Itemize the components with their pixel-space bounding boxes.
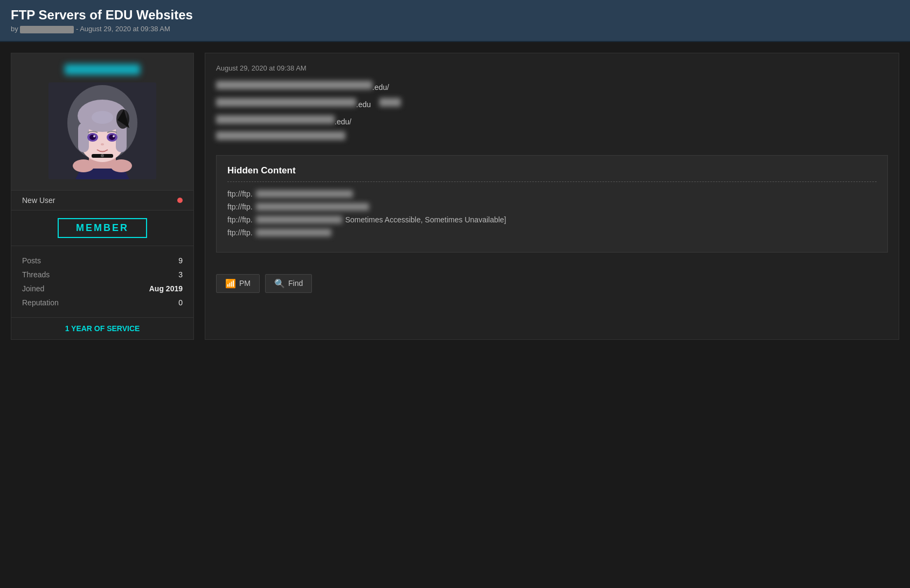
- svg-point-21: [101, 143, 104, 145]
- pm-button[interactable]: 📶 PM: [216, 274, 260, 293]
- user-status: New User: [22, 196, 55, 205]
- post-links: .edu/ .edu .edu/: [216, 80, 888, 144]
- stat-threads: Threads 3: [22, 268, 183, 282]
- hidden-content-box: Hidden Content ftp://ftp. ftp://ftp. ftp…: [216, 155, 888, 253]
- hidden-content-divider: [227, 181, 877, 182]
- redacted-ftp-2: [256, 203, 369, 211]
- threads-label: Threads: [22, 270, 50, 279]
- find-button[interactable]: 🔍 Find: [265, 274, 312, 293]
- redacted-extra-2: [379, 98, 401, 107]
- redacted-url-1: [216, 81, 372, 89]
- posts-label: Posts: [22, 256, 41, 265]
- svg-rect-8: [78, 123, 89, 152]
- hidden-ftp-line-1: ftp://ftp.: [227, 190, 877, 198]
- hidden-ftp-line-2: ftp://ftp.: [227, 202, 877, 211]
- svg-point-14: [116, 109, 129, 129]
- user-status-row: New User: [11, 191, 193, 211]
- user-avatar-section: [11, 53, 193, 191]
- user-stats: Posts 9 Threads 3 Joined Aug 2019 Reputa…: [11, 246, 193, 318]
- service-badge-text: 1 YEAR OF SERVICE: [65, 324, 140, 333]
- stat-joined: Joined Aug 2019: [22, 282, 183, 296]
- edu-suffix-2: .edu: [356, 97, 379, 112]
- byline-author: [20, 26, 74, 33]
- redacted-ftp-1: [256, 190, 353, 198]
- avatar: [48, 82, 156, 179]
- post-line-1: .edu/: [216, 80, 888, 95]
- username-display: [65, 64, 140, 75]
- reputation-label: Reputation: [22, 298, 59, 307]
- redacted-ftp-3: [256, 216, 342, 223]
- hidden-content-title: Hidden Content: [227, 165, 877, 176]
- redacted-url-2: [216, 98, 356, 107]
- edu-suffix-3: .edu/: [335, 114, 351, 129]
- member-badge: MEMBER: [58, 218, 147, 238]
- post-timestamp: August 29, 2020 at 09:38 AM: [216, 64, 888, 72]
- ftp-prefix-2: ftp://ftp.: [227, 202, 253, 211]
- pm-icon: 📶: [225, 278, 236, 289]
- reputation-value: 0: [178, 298, 183, 307]
- svg-point-4: [73, 159, 94, 172]
- edu-suffix-1: .edu/: [372, 80, 389, 95]
- svg-point-20: [113, 135, 115, 137]
- redacted-url-3: [216, 115, 335, 124]
- ftp-prefix-4: ftp://ftp.: [227, 228, 253, 237]
- stat-posts: Posts 9: [22, 254, 183, 268]
- post-area: August 29, 2020 at 09:38 AM .edu/ .edu .…: [205, 53, 899, 340]
- page-title: FTP Servers of EDU Websites: [11, 8, 899, 23]
- post-line-4: [216, 131, 888, 144]
- posts-value: 9: [178, 256, 183, 265]
- svg-point-19: [93, 135, 95, 137]
- member-badge-row: MEMBER: [11, 211, 193, 246]
- post-actions: 📶 PM 🔍 Find: [216, 269, 888, 293]
- byline-date-text: -: [74, 25, 80, 33]
- user-card: New User MEMBER Posts 9 Threads 3 Joined…: [11, 53, 194, 340]
- ftp-prefix-1: ftp://ftp.: [227, 190, 253, 198]
- svg-point-12: [92, 111, 113, 124]
- redacted-ftp-4: [256, 229, 331, 236]
- hidden-ftp-line-4: ftp://ftp.: [227, 228, 877, 237]
- threads-value: 3: [178, 270, 183, 279]
- find-icon: 🔍: [274, 278, 285, 289]
- byline-date: August 29, 2020 at 09:38 AM: [80, 25, 170, 33]
- ftp-prefix-3: ftp://ftp.: [227, 215, 253, 224]
- main-content: New User MEMBER Posts 9 Threads 3 Joined…: [0, 42, 910, 351]
- joined-label: Joined: [22, 284, 44, 293]
- status-indicator: [177, 198, 183, 203]
- redacted-url-4: [216, 131, 345, 140]
- post-line-3: .edu/: [216, 114, 888, 129]
- pm-label: PM: [239, 279, 251, 288]
- hidden-ftp-line-3: ftp://ftp. Sometimes Accessible, Sometim…: [227, 215, 877, 224]
- joined-value: Aug 2019: [149, 284, 183, 293]
- post-line-2: .edu: [216, 97, 888, 112]
- post-byline: by - August 29, 2020 at 09:38 AM: [11, 25, 899, 33]
- stat-reputation: Reputation 0: [22, 296, 183, 310]
- svg-point-23: [101, 154, 104, 157]
- byline-prefix: by: [11, 25, 20, 33]
- page-header: FTP Servers of EDU Websites by - August …: [0, 0, 910, 42]
- find-label: Find: [288, 279, 303, 288]
- svg-point-5: [110, 159, 132, 172]
- service-badge-section: 1 YEAR OF SERVICE: [11, 318, 193, 339]
- sometimes-text: Sometimes Accessible, Sometimes Unavaila…: [345, 215, 506, 224]
